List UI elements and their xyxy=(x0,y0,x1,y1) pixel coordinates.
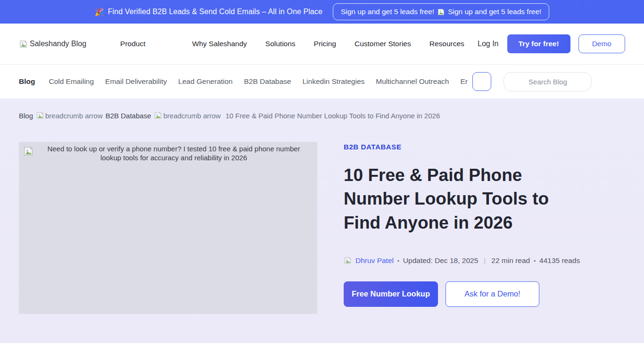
author-link[interactable]: Dhruv Patel xyxy=(355,256,394,265)
breadcrumb-current-page: 10 Free & Paid Phone Number Lookup Tools… xyxy=(225,112,440,120)
search-input[interactable] xyxy=(504,72,592,91)
broken-image-icon xyxy=(154,111,162,120)
blog-nav-item-cold-emailing[interactable]: Cold Emailing xyxy=(49,77,94,86)
ask-for-demo-button[interactable]: Ask for a Demo! xyxy=(446,281,539,307)
broken-image-icon xyxy=(19,40,28,49)
blog-category-nav: Blog Cold Emailing Email Deliverability … xyxy=(0,65,644,99)
article-head: B2B DATABASE 10 Free & Paid Phone Number… xyxy=(344,142,589,314)
breadcrumb-arrow-alt: breadcrumb arrow xyxy=(45,112,103,120)
updated-date: Updated: Dec 18, 2025 xyxy=(403,256,478,265)
blog-nav-item-email-deliverability[interactable]: Email Deliverability xyxy=(105,77,167,86)
breadcrumb-arrow: breadcrumb arrow xyxy=(154,111,221,120)
party-popper-emoji: 🎉 xyxy=(95,8,104,16)
login-link[interactable]: Log In xyxy=(478,40,498,48)
meta-divider: | xyxy=(484,256,486,265)
breadcrumb: Blog breadcrumb arrow B2B Database bread… xyxy=(19,99,625,120)
page-bottom-whitespace xyxy=(0,343,644,362)
reads-count: 44135 reads xyxy=(539,256,580,265)
try-for-free-button[interactable]: Try for free! xyxy=(507,34,570,53)
nav-item-customer-stories[interactable]: Customer Stories xyxy=(355,40,411,48)
featured-image-alt-text: Need to look up or verify a phone number… xyxy=(34,145,314,163)
logo-alt-text: Saleshandy Blog xyxy=(30,40,86,48)
blog-nav-item-b2b-database[interactable]: B2B Database xyxy=(244,77,291,86)
broken-image-icon xyxy=(36,111,44,120)
announcement-text: 🎉 Find Verified B2B Leads & Send Cold Em… xyxy=(95,8,322,16)
broken-image-icon xyxy=(23,146,34,157)
article-meta-row: Dhruv Patel • Updated: Dec 18, 2025 | 22… xyxy=(344,256,589,265)
blog-nav-item-truncated[interactable]: Er xyxy=(460,77,469,86)
main-nav: Product Why Saleshandy Solutions Pricing… xyxy=(120,40,464,48)
search-icon-button[interactable] xyxy=(472,72,491,91)
announcement-message: Find Verified B2B Leads & Send Cold Emai… xyxy=(108,8,322,16)
featured-image-broken: Need to look up or verify a phone number… xyxy=(19,142,317,314)
nav-item-product[interactable]: Product xyxy=(120,40,145,48)
saleshandy-logo[interactable]: Saleshandy Blog xyxy=(19,40,86,49)
meta-bullet: • xyxy=(397,258,399,263)
blog-nav-item-lead-generation[interactable]: Lead Generation xyxy=(178,77,232,86)
article-title: 10 Free & Paid Phone Number Lookup Tools… xyxy=(344,164,584,235)
article-hero-content: Need to look up or verify a phone number… xyxy=(19,142,625,314)
signup-leads-label: Sign up and get 5 leads free! xyxy=(341,8,434,16)
breadcrumb-link-b2b-database[interactable]: B2B Database xyxy=(106,112,151,120)
breadcrumb-arrow-alt: breadcrumb arrow xyxy=(163,112,221,120)
blog-nav-item-blog[interactable]: Blog xyxy=(19,77,35,86)
breadcrumb-link-blog[interactable]: Blog xyxy=(19,112,33,120)
nav-item-resources[interactable]: Resources xyxy=(429,40,464,48)
nav-item-why-saleshandy[interactable]: Why Saleshandy xyxy=(192,40,247,48)
signup-leads-button[interactable]: Sign up and get 5 leads free! Sign up an… xyxy=(333,3,549,20)
nav-item-pricing[interactable]: Pricing xyxy=(314,40,336,48)
signup-leads-img-alt: Sign up and get 5 leads free! xyxy=(448,8,541,16)
nav-item-solutions[interactable]: Solutions xyxy=(265,40,296,48)
demo-button[interactable]: Demo xyxy=(578,34,625,53)
article-hero-section: Blog breadcrumb arrow B2B Database bread… xyxy=(0,99,644,343)
blog-nav-item-multichannel-outreach[interactable]: Multichannel Outreach xyxy=(376,77,449,86)
article-cta-row: Free Number Lookup Ask for a Demo! xyxy=(344,281,589,307)
main-header: Saleshandy Blog Product Why Saleshandy S… xyxy=(0,24,644,65)
meta-bullet: • xyxy=(534,258,536,263)
announcement-banner: 🎉 Find Verified B2B Leads & Send Cold Em… xyxy=(0,0,644,24)
blog-nav-item-linkedin-strategies[interactable]: Linkedin Strategies xyxy=(302,77,364,86)
read-time: 22 min read xyxy=(491,256,530,265)
author-avatar-broken-icon xyxy=(344,256,352,264)
free-number-lookup-button[interactable]: Free Number Lookup xyxy=(344,281,438,307)
article-category-label[interactable]: B2B DATABASE xyxy=(344,143,589,151)
header-actions: Log In Try for free! Demo xyxy=(478,34,625,53)
broken-image-icon xyxy=(437,8,445,16)
breadcrumb-arrow: breadcrumb arrow xyxy=(36,111,103,120)
